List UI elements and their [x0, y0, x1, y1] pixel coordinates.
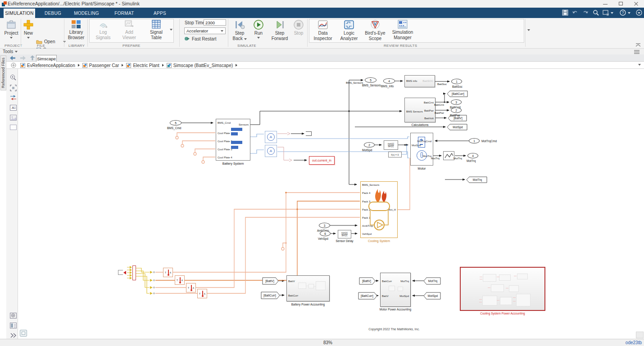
bms-info-block[interactable]: BMS info BattSOC: [404, 75, 435, 87]
from-tag[interactable]: [BattCurr]: [358, 292, 376, 299]
outport[interactable]: 5: [365, 77, 376, 83]
current-sensor-block[interactable]: A: [265, 145, 277, 157]
tools-menu[interactable]: Tools: [3, 49, 18, 54]
doc-tab-simscape[interactable]: Simscape: [36, 55, 57, 62]
close-button[interactable]: [628, 0, 644, 8]
from-tag[interactable]: MotSpd: [425, 292, 440, 299]
from-tag[interactable]: [BattV]: [359, 278, 374, 284]
outport[interactable]: 2: [451, 108, 462, 113]
forward-icon[interactable]: [20, 56, 26, 60]
capture-caret-icon[interactable]: [611, 12, 613, 14]
inport[interactable]: 2: [364, 142, 375, 148]
referenced-files-tab[interactable]: Referenced Files: [0, 55, 6, 90]
step-forward-button[interactable]: Step Forward: [270, 20, 289, 41]
save-icon[interactable]: [562, 9, 569, 16]
breadcrumb-dropdown-icon[interactable]: [638, 64, 641, 66]
out-current-block[interactable]: out.current_in: [309, 156, 335, 165]
subsystem-box-icon[interactable]: [10, 125, 17, 131]
breadcrumb-item[interactable]: Electric Plant: [126, 63, 159, 68]
help-caret-icon[interactable]: [628, 12, 630, 14]
annotation-icon[interactable]: A: [10, 105, 17, 112]
maximize-button[interactable]: [613, 0, 628, 8]
breadcrumb-item[interactable]: EvReferenceApplication: [20, 63, 75, 68]
cooling-power-accounting-block[interactable]: [460, 267, 545, 311]
add-viewer-button[interactable]: Add Viewer: [117, 20, 141, 40]
fit-to-view-icon[interactable]: [10, 85, 17, 91]
tab-debug[interactable]: DEBUG: [41, 9, 65, 18]
step-back-button[interactable]: Step Back: [231, 20, 249, 41]
data-inspector-button[interactable]: Data Inspector: [311, 20, 335, 41]
current-sensor-block[interactable]: A: [265, 131, 277, 143]
breadcrumb-item[interactable]: Passenger Car: [82, 63, 119, 68]
prepare-overflow-caret-icon[interactable]: [170, 29, 172, 31]
signal-lines-icon[interactable]: [10, 95, 17, 102]
sensor-delay-block[interactable]: num(z)den(z): [338, 230, 351, 238]
from-tag[interactable]: MotTrq: [425, 278, 440, 284]
bus-selector-block[interactable]: [132, 265, 136, 280]
goto-tag[interactable]: MotSpd: [449, 124, 467, 130]
tab-format[interactable]: FORMAT: [111, 9, 138, 18]
temperature-sensor-block[interactable]: T A: [175, 275, 185, 285]
capture-icon[interactable]: [603, 9, 609, 16]
logic-analyzer-button[interactable]: Logic Analyzer: [337, 20, 361, 41]
zoom-icon[interactable]: [10, 74, 17, 81]
tab-modeling[interactable]: MODELING: [72, 9, 101, 18]
rate-transition-block[interactable]: num(z)den(z): [384, 140, 398, 150]
menu-icon[interactable]: [634, 50, 639, 54]
goto-tag[interactable]: [BattV]: [449, 115, 467, 121]
battery-system-block[interactable]: BMS_Cmd Sensors Cool Plate 1 Cool Plate …: [216, 119, 250, 161]
account-icon[interactable]: [636, 9, 643, 16]
hide-show-bar-icon[interactable]: [20, 330, 27, 337]
scope-bracket-icon[interactable]: [118, 270, 123, 275]
breadcrumb-item[interactable]: Simscape (BattEv_Simscape): [167, 63, 233, 68]
redo-icon[interactable]: [582, 10, 589, 16]
terminator-block[interactable]: [306, 131, 312, 136]
inport[interactable]: 3: [319, 223, 330, 228]
outport[interactable]: 1: [451, 79, 462, 84]
project-button[interactable]: Project: [3, 20, 20, 39]
diagram-canvas[interactable]: [18, 69, 644, 339]
outport[interactable]: 3: [451, 99, 462, 105]
fast-restart-button[interactable]: Fast Restart: [184, 36, 216, 41]
inport[interactable]: 6: [320, 231, 331, 236]
goto-tag[interactable]: [BattCurr]: [449, 91, 467, 97]
log-signals-button[interactable]: Log Signals: [91, 20, 115, 40]
sample-time-legend-icon[interactable]: [10, 313, 17, 319]
stop-time-input[interactable]: [204, 19, 226, 26]
motor-block[interactable]: MotTrqCmd MotSpd MotTrq: [410, 133, 433, 166]
inport[interactable]: 4: [383, 78, 395, 84]
search-icon[interactable]: [593, 9, 599, 16]
signal-table-button[interactable]: Signal Table: [144, 20, 168, 40]
run-button[interactable]: Run: [251, 20, 266, 39]
from-tag[interactable]: [BattCurr]: [261, 292, 278, 299]
property-inspector-icon[interactable]: [10, 323, 17, 329]
help-icon[interactable]: ?: [620, 9, 626, 16]
temperature-sensor-block[interactable]: T A: [186, 283, 196, 292]
solver-link[interactable]: ode23tb: [624, 340, 642, 345]
temperature-sensor-block[interactable]: T A: [163, 268, 173, 277]
simulation-manager-button[interactable]: Simulation Manager: [389, 20, 416, 40]
tab-apps[interactable]: APPS: [147, 9, 172, 18]
inport[interactable]: 1: [469, 138, 480, 144]
calculations-block[interactable]: BMS Sensors BattCrnt BattPwr BattVolt: [404, 98, 435, 122]
toolstrip-overflow-caret-icon[interactable]: [527, 29, 530, 31]
image-icon[interactable]: [10, 115, 17, 121]
birds-eye-scope-button[interactable]: Bird's-Eye Scope: [363, 20, 387, 41]
library-browser-button[interactable]: Library Browser: [66, 20, 86, 40]
up-to-parent-icon[interactable]: [30, 55, 35, 60]
new-button[interactable]: New: [22, 20, 35, 39]
inport[interactable]: 5: [170, 120, 181, 126]
undo-icon[interactable]: [572, 10, 579, 16]
goto-tag[interactable]: MotTrq: [468, 177, 487, 183]
stop-button[interactable]: Stop: [292, 20, 305, 36]
expand-breadcrumb-icon[interactable]: [11, 63, 16, 68]
minimize-button[interactable]: [598, 0, 613, 8]
filter-block[interactable]: [443, 151, 454, 160]
outport[interactable]: 4: [467, 153, 478, 158]
back-icon[interactable]: [10, 56, 15, 60]
temperature-sensor-block[interactable]: T A: [197, 289, 207, 298]
battery-power-accounting-block[interactable]: BattV BattCurr: [286, 275, 330, 301]
tab-simulation[interactable]: SIMULATION: [4, 9, 35, 18]
solver-configuration-block[interactable]: f(x) = 0: [388, 152, 402, 157]
motor-power-accounting-block[interactable]: BattCurr BattV MotTrq MotSpd: [380, 273, 411, 307]
